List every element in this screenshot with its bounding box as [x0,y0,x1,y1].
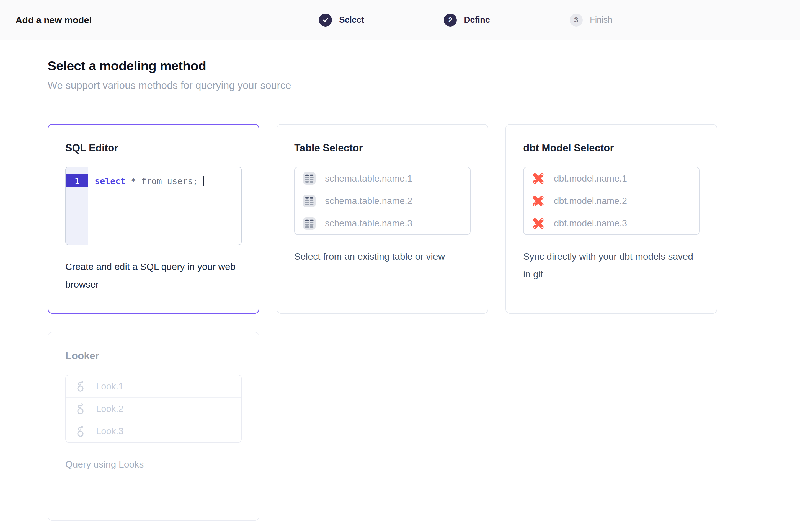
list-item-label: dbt.model.name.1 [554,173,627,184]
step-define-number: 2 [448,16,452,24]
sql-code-text: * from users; [126,176,203,186]
list-item-label: dbt.model.name.2 [554,196,627,206]
list-item-label: Look.1 [96,381,123,392]
main-content: Select a modeling method We support vari… [0,40,800,521]
card-title: SQL Editor [65,142,242,154]
card-description: Create and edit a SQL query in your web … [65,258,237,293]
table-icon [303,172,316,185]
step-define-label: Define [464,15,490,25]
modeling-method-grid: SQL Editor 1 select * from users; Create… [47,124,800,521]
wizard-stepper: Select 2 Define 3 Finish [319,0,612,40]
card-table-selector[interactable]: Table Selector schema.table.name.1 schem… [277,124,488,314]
dbt-icon [532,195,545,207]
look-list: Look.1 Look.2 Look.3 [65,375,242,443]
check-icon [322,16,329,23]
code-line: select * from users; [95,174,241,187]
card-title: Looker [65,350,242,362]
list-item-label: dbt.model.name.3 [554,218,627,229]
looker-icon [74,403,87,415]
card-description: Query using Looks [65,456,237,473]
text-cursor [203,176,204,186]
list-item: schema.table.name.3 [295,212,470,234]
step-define-circle: 2 [444,14,457,26]
dbt-model-list: dbt.model.name.1 dbt.model.name.2 dbt.mo… [523,167,700,235]
list-item: dbt.model.name.2 [524,190,699,212]
card-description: Sync directly with your dbt models saved… [523,248,695,283]
list-item-label: Look.3 [96,426,123,437]
card-title: dbt Model Selector [523,142,700,154]
step-finish-number: 3 [574,16,578,24]
list-item-label: schema.table.name.1 [325,173,413,184]
list-item: dbt.model.name.1 [524,167,699,190]
sql-editor-preview[interactable]: 1 select * from users; [65,167,242,245]
line-number-gutter: 1 [66,167,88,245]
list-item: schema.table.name.2 [295,190,470,212]
step-finish-circle: 3 [570,14,583,26]
code-area[interactable]: select * from users; [88,167,241,245]
card-looker: Looker Look.1 Look.2 [47,332,260,521]
list-item-label: Look.2 [96,403,123,414]
dbt-icon [532,217,545,230]
card-dbt-model-selector[interactable]: dbt Model Selector dbt.model.name.1 dbt.… [506,124,717,314]
list-item: Look.1 [66,375,241,398]
card-sql-editor[interactable]: SQL Editor 1 select * from users; Create… [47,124,260,314]
list-item: Look.3 [66,420,241,442]
table-icon [303,195,316,207]
table-list: schema.table.name.1 schema.table.name.2 … [294,167,471,235]
step-select-circle [319,14,332,26]
dbt-icon [532,172,545,185]
wizard-title: Add a new model [16,15,92,25]
page-subtitle: We support various methods for querying … [47,80,800,91]
sql-keyword: select [95,176,126,186]
step-select-label: Select [339,15,364,25]
list-item-label: schema.table.name.3 [325,218,413,229]
table-icon [303,217,316,230]
step-connector [372,20,436,20]
card-description: Select from an existing table or view [294,248,466,265]
wizard-header: Add a new model Select 2 Define 3 Finish [0,0,800,40]
active-line-number: 1 [66,174,88,187]
step-connector [498,20,562,20]
step-finish: 3 Finish [570,14,613,26]
looker-icon [74,380,87,393]
list-item: dbt.model.name.3 [524,212,699,234]
looker-icon [74,425,87,438]
step-finish-label: Finish [590,15,613,25]
card-title: Table Selector [294,142,471,154]
page-title: Select a modeling method [47,58,800,74]
list-item: Look.2 [66,398,241,420]
list-item-label: schema.table.name.2 [325,196,413,206]
step-select[interactable]: Select [319,14,364,26]
list-item: schema.table.name.1 [295,167,470,190]
step-define[interactable]: 2 Define [444,14,490,26]
